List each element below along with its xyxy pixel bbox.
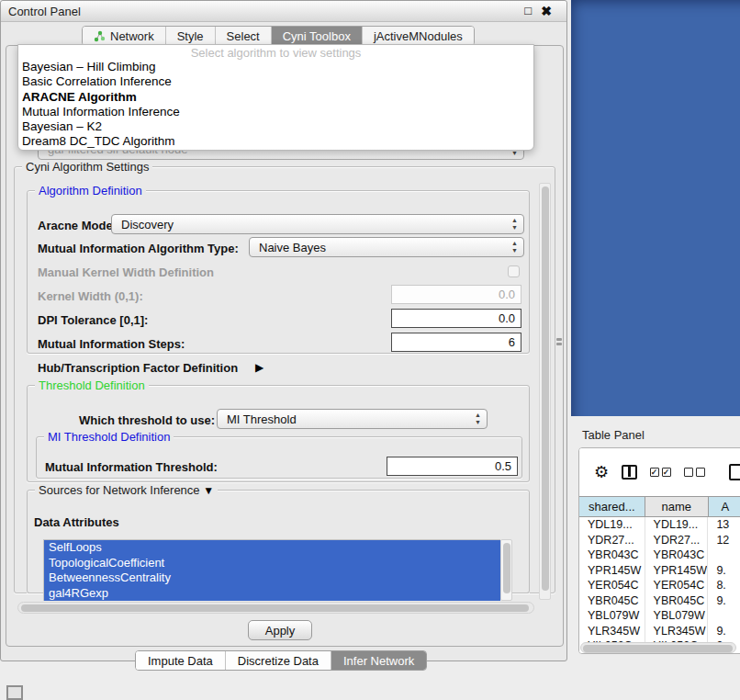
tab-label: Infer Network [343, 654, 414, 668]
tab-label: Impute Data [148, 654, 213, 668]
algorithm-option[interactable]: Mutual Information Inference [18, 105, 533, 119]
mi-steps-field[interactable]: 6 [391, 333, 521, 352]
node-table: shared... name A YDL19... YDL19... 13 YD… [579, 496, 740, 654]
column-header-partial[interactable]: A [709, 497, 740, 516]
group-title: MI Threshold Definition [44, 430, 174, 444]
table-row[interactable]: YBR043C YBR043C [579, 548, 740, 563]
document-icon[interactable] [729, 464, 740, 480]
algorithm-option[interactable]: Bayesian – Hill Climbing [18, 60, 533, 74]
aracne-mode-label: Aracne Mode: [38, 219, 117, 232]
combo-value: Discovery [121, 218, 174, 231]
tab-impute-data[interactable]: Impute Data [136, 651, 226, 670]
attribute-item-selected[interactable]: BetweennessCentrality [44, 570, 500, 586]
tab-select[interactable]: Select [216, 27, 272, 45]
tab-infer-network[interactable]: Infer Network [331, 651, 426, 670]
group-title: Algorithm Definition [35, 184, 146, 198]
panel-splitter-handle[interactable] [556, 338, 564, 347]
panel-title: Control Panel [1, 5, 81, 18]
column-header-name[interactable]: name [645, 497, 709, 516]
cell: YBL079W [579, 608, 645, 624]
tab-label: Select [227, 29, 260, 43]
kernel-width-field[interactable]: 0.0 [391, 285, 521, 304]
algorithm-option[interactable]: Dream8 DC_TDC Algorithm [18, 134, 533, 149]
cell: YBR045C [579, 593, 645, 609]
tab-network[interactable]: Network [83, 27, 166, 45]
combo-value: MI Threshold [227, 412, 297, 426]
cell: YBR043C [579, 548, 645, 563]
tab-jactivemnodules[interactable]: jActiveMNodules [363, 27, 474, 45]
mi-algorithm-type-combo[interactable]: Naive Bayes [249, 237, 524, 257]
field-value: 6 [509, 335, 515, 349]
combo-arrows-icon [475, 412, 481, 426]
deselect-all-checkboxes-icon[interactable] [684, 468, 705, 477]
tab-label: Network [110, 29, 154, 43]
algorithm-option-selected[interactable]: ARACNE Algorithm [18, 90, 533, 105]
attribute-list-scrollbar[interactable] [500, 539, 512, 601]
cell [708, 548, 740, 563]
close-icon[interactable]: ✖ [541, 4, 552, 18]
cell: YBR045C [645, 593, 709, 609]
data-attributes-label: Data Attributes [34, 515, 119, 529]
settings-vertical-scrollbar[interactable] [539, 183, 551, 600]
mi-threshold-field[interactable]: 0.5 [387, 457, 518, 476]
attribute-item-selected[interactable]: TopologicalCoefficient [44, 556, 500, 571]
collapse-down-icon[interactable]: ▼ [203, 484, 214, 497]
table-row[interactable]: YBL079W YBL079W [579, 608, 740, 624]
which-threshold-combo[interactable]: MI Threshold [217, 409, 488, 429]
cell: YBL079W [645, 608, 709, 624]
apply-button[interactable]: Apply [248, 620, 312, 640]
control-panel-window: Control Panel □ ✖ Network Style Select C… [0, 0, 567, 661]
cell: YBR043C [645, 548, 709, 563]
dpi-tolerance-field[interactable]: 0.0 [391, 309, 521, 328]
tab-cyni-toolbox[interactable]: Cyni Toolbox [272, 27, 363, 45]
algorithm-option[interactable]: Basic Correlation Inference [18, 74, 533, 89]
manual-kernel-width-label: Manual Kernel Width Definition [38, 265, 214, 279]
mi-steps-label: Mutual Information Steps: [38, 337, 185, 351]
attribute-item-selected[interactable]: SelfLoops [44, 540, 500, 556]
table-row[interactable]: YBR045C YBR045C 9. [579, 593, 740, 609]
tab-label: jActiveMNodules [374, 29, 463, 43]
cell: YLR345W [645, 624, 709, 639]
manual-kernel-width-checkbox[interactable] [508, 265, 520, 277]
float-window-icon[interactable]: □ [524, 4, 532, 17]
cell: YDR27... [579, 533, 645, 548]
cell: 13 [708, 517, 740, 533]
tab-discretize-data[interactable]: Discretize Data [226, 651, 331, 670]
settings-horizontal-scrollbar[interactable] [17, 602, 534, 614]
dock-panel-icon[interactable] [6, 685, 23, 700]
which-threshold-label: Which threshold to use: [79, 413, 215, 427]
column-layout-icon[interactable] [622, 465, 636, 480]
gear-icon[interactable]: ⚙ [594, 462, 609, 482]
tab-style[interactable]: Style [166, 27, 216, 45]
combo-arrows-icon [511, 217, 518, 231]
column-header-shared-name[interactable]: shared... [579, 497, 645, 516]
table-row[interactable]: YPR145W YPR145W 9. [579, 563, 740, 579]
cell: YDL19... [645, 517, 709, 533]
table-header-row: shared... name A [579, 496, 740, 517]
control-panel-tabbar: Network Style Select Cyni Toolbox jActiv… [82, 26, 475, 46]
table-row[interactable]: YLR345W YLR345W 9. [579, 624, 740, 639]
mi-algorithm-type-label: Mutual Information Algorithm Type: [38, 242, 239, 255]
table-toolbar: ⚙ ✓✓ [579, 448, 740, 496]
select-all-checkboxes-icon[interactable]: ✓✓ [650, 468, 671, 477]
aracne-mode-combo[interactable]: Discovery [111, 214, 524, 234]
table-horizontal-scrollbar[interactable] [580, 642, 736, 653]
cell: YDR27... [645, 533, 709, 548]
algorithm-option[interactable]: Bayesian – K2 [18, 119, 533, 134]
tab-label: Discretize Data [238, 654, 319, 668]
attribute-item-selected[interactable]: gal4RGexp [44, 586, 500, 602]
control-panel-titlebar: Control Panel □ ✖ [1, 1, 566, 22]
algorithm-dropdown-popup: Select algorithm to view settings Bayesi… [17, 44, 534, 151]
group-title: Sources for Network Inference ▼ [35, 483, 218, 497]
sources-title: Sources for Network Inference [39, 483, 200, 497]
field-value: 0.5 [495, 459, 511, 473]
tab-label: Cyni Toolbox [283, 29, 351, 43]
network-view-frame: GAL GAL80 GAL10 GAL1 GAL11 SWI4 GAL4 GCY… [571, 0, 740, 416]
expand-right-icon[interactable]: ▶ [255, 361, 263, 374]
cell: 9. [708, 624, 740, 639]
table-row[interactable]: YER054C YER054C 8. [579, 578, 740, 593]
table-row[interactable]: YDL19... YDL19... 13 [579, 517, 740, 533]
group-title: Cyni Algorithm Settings [22, 160, 152, 174]
table-row[interactable]: YDR27... YDR27... 12 [579, 533, 740, 548]
data-attributes-list: SelfLoops TopologicalCoefficient Between… [43, 539, 500, 601]
